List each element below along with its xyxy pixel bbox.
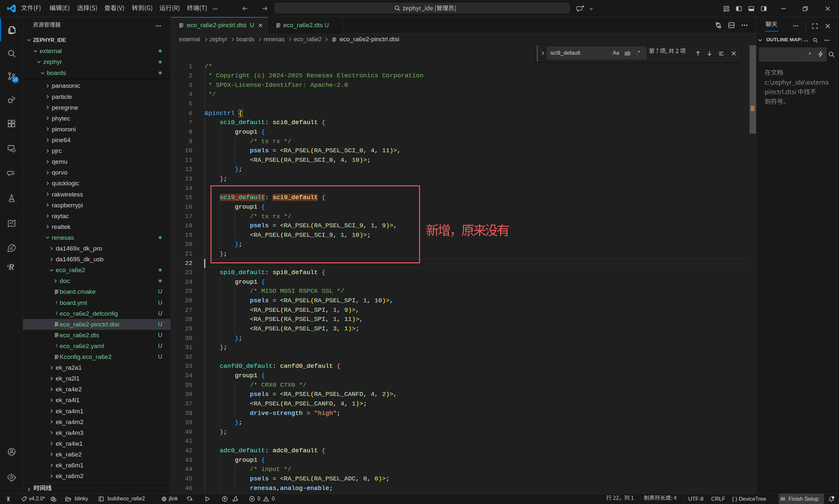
svg-text:!: !: [56, 300, 58, 305]
svg-text:!: !: [56, 343, 58, 348]
svg-text:!: !: [56, 311, 58, 316]
